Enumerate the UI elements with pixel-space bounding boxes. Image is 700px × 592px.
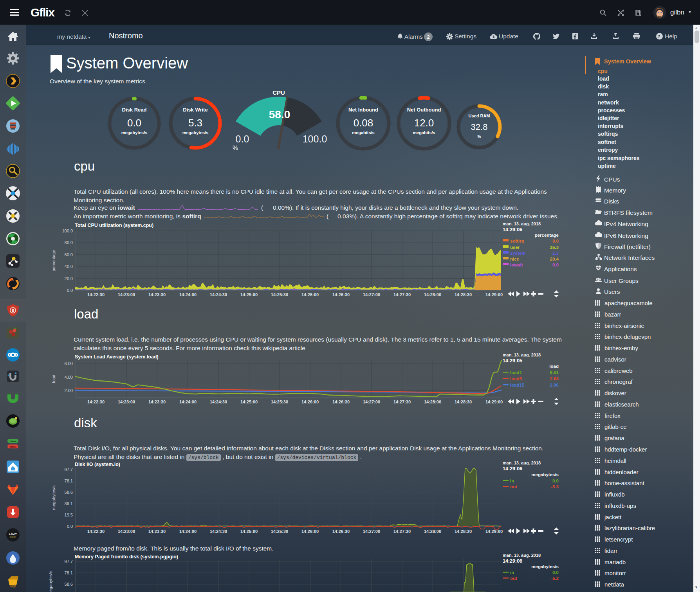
svg-text:librarian: librarian: [10, 536, 16, 538]
svg-text:14:29:06: 14:29:06: [503, 558, 522, 564]
svg-text:14:29:06: 14:29:06: [503, 466, 522, 471]
svg-text:78.1: 78.1: [65, 570, 73, 575]
svg-text:58.6: 58.6: [65, 582, 73, 587]
svg-text:14:26:00: 14:26:00: [301, 399, 319, 404]
svg-text:14:29:00: 14:29:00: [485, 292, 503, 297]
svg-text:35.3: 35.3: [550, 245, 559, 250]
svg-text:100.0: 100.0: [62, 229, 73, 233]
svg-text:sab: sab: [10, 584, 16, 588]
svg-text:2.3: 2.3: [552, 251, 559, 256]
svg-text:19.5: 19.5: [65, 513, 73, 517]
svg-text:Offline: Offline: [9, 446, 16, 448]
svg-text:LAZY: LAZY: [9, 532, 18, 536]
svg-text:in: in: [510, 570, 514, 575]
svg-text:out: out: [510, 484, 517, 489]
svg-text:megabytes/s: megabytes/s: [121, 130, 148, 135]
svg-text:system: system: [510, 251, 526, 256]
svg-text:78.1: 78.1: [65, 479, 73, 483]
svg-text:80.0: 80.0: [65, 240, 73, 245]
svg-text:14:25:00: 14:25:00: [240, 529, 258, 534]
svg-text:14:24:00: 14:24:00: [179, 529, 197, 534]
svg-text:14:24:30: 14:24:30: [210, 529, 227, 534]
svg-text:2.06: 2.06: [550, 383, 559, 387]
svg-text:32.8: 32.8: [471, 122, 488, 132]
svg-text:14:27:00: 14:27:00: [363, 292, 380, 297]
svg-text:in: in: [510, 479, 514, 483]
svg-text:14:22:30: 14:22:30: [87, 292, 105, 297]
svg-text:System Load Average (system.lo: System Load Average (system.load): [75, 354, 159, 360]
svg-text:Used RAM: Used RAM: [468, 113, 490, 118]
svg-text:0.0: 0.0: [127, 117, 141, 129]
svg-text:14:23:30: 14:23:30: [148, 399, 166, 404]
svg-text:14:28:00: 14:28:00: [424, 399, 441, 404]
svg-text:nice: nice: [510, 257, 519, 261]
svg-text:Total CPU utilization (system.: Total CPU utilization (system.cpu): [75, 223, 153, 228]
svg-text:14:25:30: 14:25:30: [271, 292, 288, 297]
svg-text:14:28:30: 14:28:30: [455, 529, 472, 534]
svg-text:load5: load5: [510, 376, 522, 381]
svg-text:14:23:30: 14:23:30: [148, 529, 166, 534]
svg-text:%: %: [233, 145, 238, 151]
svg-text:-5.3: -5.3: [551, 484, 559, 489]
svg-text:14:28:30: 14:28:30: [455, 292, 472, 297]
svg-text:14:23:30: 14:23:30: [148, 292, 166, 297]
svg-text:97.7: 97.7: [65, 467, 73, 472]
svg-text:20.0: 20.0: [65, 276, 73, 281]
svg-text:14:25:00: 14:25:00: [240, 399, 258, 404]
svg-text:14:22:30: 14:22:30: [87, 529, 105, 534]
svg-text:14:26:30: 14:26:30: [332, 292, 350, 297]
svg-text:0.0: 0.0: [67, 288, 73, 293]
svg-text:load: load: [549, 364, 559, 369]
svg-text:0.08: 0.08: [354, 117, 373, 129]
svg-text:user: user: [510, 245, 520, 250]
svg-text:Online: Online: [9, 440, 16, 443]
svg-text:0.0: 0.0: [552, 570, 559, 575]
svg-text:0.0: 0.0: [236, 133, 249, 144]
svg-text:14:26:30: 14:26:30: [332, 529, 350, 534]
svg-text:0.0: 0.0: [552, 263, 559, 267]
svg-text:Memory Paged from/to disk (sys: Memory Paged from/to disk (system.pgpgio…: [75, 554, 178, 560]
svg-text:percentage: percentage: [51, 250, 56, 271]
svg-text:Disk Read: Disk Read: [122, 107, 147, 113]
svg-text:14:24:00: 14:24:00: [179, 399, 197, 404]
svg-text:softirq: softirq: [510, 239, 524, 243]
svg-text:man. 13. aug. 2018: man. 13. aug. 2018: [503, 221, 541, 226]
svg-text:14:29:00: 14:29:00: [485, 529, 503, 534]
svg-text:97.7: 97.7: [65, 559, 73, 564]
svg-text:14:27:00: 14:27:00: [363, 399, 380, 404]
svg-text:14:24:30: 14:24:30: [210, 399, 227, 404]
svg-text:6.00: 6.00: [65, 361, 73, 366]
svg-text:6.51: 6.51: [550, 370, 559, 375]
svg-text:0.0: 0.0: [552, 479, 559, 483]
svg-text:14:29:06: 14:29:06: [503, 227, 522, 232]
svg-text:man. 13. aug. 2018: man. 13. aug. 2018: [503, 553, 541, 558]
svg-text:percentage: percentage: [535, 233, 559, 238]
svg-text:%: %: [478, 135, 481, 139]
svg-text:14:25:30: 14:25:30: [271, 399, 288, 404]
svg-text:14:26:30: 14:26:30: [332, 399, 350, 404]
svg-text:14:25:30: 14:25:30: [271, 529, 288, 534]
svg-text:load: load: [51, 375, 56, 383]
svg-text:megabytes/s: megabytes/s: [182, 130, 209, 135]
svg-text:load1: load1: [510, 370, 522, 375]
svg-text:14:24:30: 14:24:30: [210, 292, 227, 297]
svg-text:iowait: iowait: [510, 263, 523, 267]
svg-text:0.0: 0.0: [67, 524, 73, 529]
svg-text:-5.2: -5.2: [551, 576, 559, 581]
svg-text:58.0: 58.0: [269, 108, 290, 121]
svg-text:14:27:30: 14:27:30: [393, 529, 411, 534]
svg-text:100.0: 100.0: [303, 133, 327, 144]
svg-text:Net Inbound: Net Inbound: [348, 107, 378, 113]
svg-text:4.00: 4.00: [65, 375, 73, 380]
svg-text:megabytes/s: megabytes/s: [48, 570, 53, 592]
svg-text:megabytes/s: megabytes/s: [51, 485, 56, 510]
svg-text:0.0: 0.0: [552, 239, 559, 243]
svg-text:14:28:00: 14:28:00: [424, 292, 441, 297]
svg-text:14:28:30: 14:28:30: [455, 399, 472, 404]
svg-text:14:28:00: 14:28:00: [424, 529, 441, 534]
svg-text:14:23:00: 14:23:00: [118, 399, 135, 404]
svg-text:CPU: CPU: [272, 89, 285, 96]
svg-text:megabytes/s: megabytes/s: [531, 472, 559, 477]
svg-text:out: out: [510, 576, 517, 581]
svg-text:14:24:00: 14:24:00: [179, 292, 197, 297]
